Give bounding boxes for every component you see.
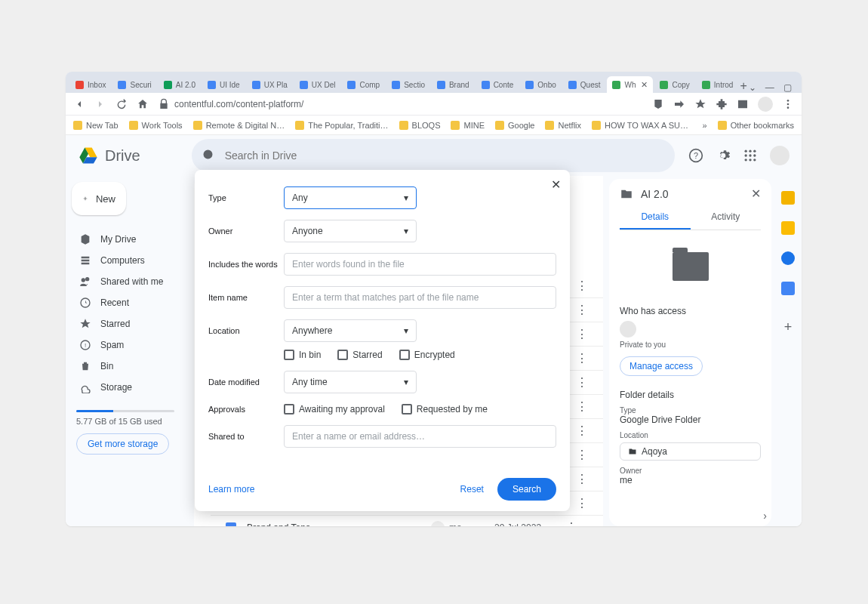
minimize-icon[interactable]: — xyxy=(765,82,774,93)
search-button[interactable]: Search xyxy=(497,478,556,501)
bookmark-item[interactable]: New Tab xyxy=(73,121,119,130)
user-avatar[interactable] xyxy=(770,146,790,165)
awaiting-checkbox[interactable]: Awaiting my approval xyxy=(284,404,385,414)
browser-tab[interactable]: UX Del xyxy=(294,76,341,93)
location-select[interactable]: Anywhere▾ xyxy=(284,319,417,342)
shared-input[interactable]: Enter a name or email address… xyxy=(284,425,556,448)
apps-icon[interactable] xyxy=(743,148,758,163)
contacts-icon[interactable] xyxy=(781,251,795,265)
learn-more-link[interactable]: Learn more xyxy=(208,484,254,495)
browser-tab[interactable]: UI Ide xyxy=(202,76,245,93)
new-tab-button[interactable]: + xyxy=(740,79,746,93)
reload-icon[interactable] xyxy=(115,98,128,110)
browser-tab[interactable]: Onbo xyxy=(520,76,561,93)
file-row[interactable]: Brand and Tone me 20 Jul 2023 ⋮ xyxy=(211,516,603,526)
manage-access-button[interactable]: Manage access xyxy=(620,356,703,376)
sidebar-item-shared-with-me[interactable]: Shared with me xyxy=(72,271,188,292)
owner-select[interactable]: Anyone▾ xyxy=(284,220,417,242)
new-button[interactable]: New xyxy=(72,182,126,215)
bookmark-item[interactable]: Netflix xyxy=(545,121,581,130)
sidepanel-icon[interactable] xyxy=(737,98,749,110)
home-icon[interactable] xyxy=(137,98,149,110)
type-select[interactable]: Any▾ xyxy=(284,186,417,209)
sidebar-item-recent[interactable]: Recent xyxy=(72,292,188,313)
row-menu-icon[interactable]: ⋮ xyxy=(576,496,588,510)
row-menu-icon[interactable]: ⋮ xyxy=(576,472,588,486)
browser-tab[interactable]: Sectio xyxy=(386,76,430,93)
browser-tab[interactable]: Brand xyxy=(432,76,475,93)
bookmark-item[interactable]: HOW TO WAX A SU… xyxy=(592,121,688,130)
bookmark-item[interactable]: The Popular, Traditi… xyxy=(295,121,388,130)
row-menu-icon[interactable]: ⋮ xyxy=(576,424,588,438)
row-menu-icon[interactable]: ⋮ xyxy=(576,279,588,293)
bookmark-item[interactable]: Remote & Digital N… xyxy=(193,121,285,130)
browser-tab[interactable]: Comp xyxy=(342,76,385,93)
search-input[interactable] xyxy=(225,149,642,162)
bookmark-item[interactable]: Google xyxy=(495,121,534,130)
other-bookmarks[interactable]: Other bookmarks xyxy=(718,121,794,130)
sidebar-item-starred[interactable]: Starred xyxy=(72,313,188,334)
row-menu-icon[interactable]: ⋮ xyxy=(576,399,588,414)
install-icon[interactable] xyxy=(652,98,664,110)
location-chip[interactable]: Aqoya xyxy=(620,442,761,461)
share-icon[interactable] xyxy=(673,98,685,110)
close-icon[interactable]: ✕ xyxy=(801,82,802,93)
help-icon[interactable]: ? xyxy=(688,148,703,163)
browser-tab[interactable]: Wh✕ xyxy=(607,76,653,93)
date-select[interactable]: Any time▾ xyxy=(284,371,417,393)
close-icon[interactable]: ✕ xyxy=(551,177,561,192)
row-menu-icon[interactable]: ⋮ xyxy=(576,327,588,341)
row-menu-icon[interactable]: ⋮ xyxy=(576,375,588,390)
bookmark-item[interactable]: Work Tools xyxy=(129,121,183,130)
browser-tab[interactable]: Conte xyxy=(476,76,519,93)
tab-details[interactable]: Details xyxy=(620,211,691,230)
tasks-icon[interactable] xyxy=(781,221,795,235)
bookmark-item[interactable]: BLOQS xyxy=(399,121,441,130)
browser-tab[interactable]: Quest xyxy=(563,76,606,93)
in-bin-checkbox[interactable]: In bin xyxy=(284,350,321,360)
browser-tab[interactable]: Copy xyxy=(654,76,694,93)
keep-icon[interactable] xyxy=(781,191,795,205)
browser-tab[interactable]: Securi xyxy=(112,76,156,93)
close-icon[interactable]: ✕ xyxy=(751,186,761,201)
get-more-storage[interactable]: Get more storage xyxy=(76,433,169,455)
starred-checkbox[interactable]: Starred xyxy=(337,350,382,360)
star-icon[interactable] xyxy=(694,98,706,110)
maximize-icon[interactable]: ▢ xyxy=(783,82,792,93)
person-icon[interactable] xyxy=(781,282,795,295)
url-field[interactable]: contentful.com/content-platform/ xyxy=(158,98,643,110)
row-menu-icon[interactable]: ⋮ xyxy=(565,520,577,526)
sidebar-item-bin[interactable]: Bin xyxy=(72,356,188,377)
search-bar[interactable] xyxy=(192,139,675,172)
plus-icon[interactable]: + xyxy=(784,319,793,335)
menu-icon[interactable] xyxy=(782,98,794,110)
lock-icon xyxy=(158,98,170,110)
reset-button[interactable]: Reset xyxy=(460,484,484,495)
encrypted-checkbox[interactable]: Encrypted xyxy=(399,350,455,360)
bookmark-item[interactable]: MINE xyxy=(451,121,485,130)
sidebar-item-storage[interactable]: Storage xyxy=(72,377,188,398)
back-icon[interactable] xyxy=(73,98,85,110)
sidebar-item-spam[interactable]: !Spam xyxy=(72,334,188,356)
chevron-down-icon[interactable]: ⌄ xyxy=(749,82,756,93)
item-name-input[interactable]: Enter a term that matches part of the fi… xyxy=(284,286,556,309)
forward-icon[interactable] xyxy=(94,98,106,110)
row-menu-icon[interactable]: ⋮ xyxy=(576,448,588,462)
chevron-right-icon[interactable]: › xyxy=(763,510,767,522)
browser-tab[interactable]: UX Pla xyxy=(247,76,293,93)
browser-tab[interactable]: AI 2.0 xyxy=(159,76,201,93)
requested-checkbox[interactable]: Requested by me xyxy=(402,404,488,414)
tab-activity[interactable]: Activity xyxy=(691,211,762,230)
browser-tab[interactable]: Inbox xyxy=(70,76,111,93)
row-menu-icon[interactable]: ⋮ xyxy=(576,351,588,365)
sidebar-item-computers[interactable]: Computers xyxy=(72,250,188,271)
gear-icon[interactable] xyxy=(716,148,731,163)
sidebar-item-my-drive[interactable]: My Drive xyxy=(72,229,188,250)
includes-input[interactable]: Enter words found in the file xyxy=(284,253,556,276)
tune-icon[interactable] xyxy=(651,149,664,162)
profile-avatar[interactable] xyxy=(758,97,773,112)
drive-logo[interactable]: Drive xyxy=(78,145,140,166)
row-menu-icon[interactable]: ⋮ xyxy=(576,303,588,317)
extensions-icon[interactable] xyxy=(716,98,728,110)
browser-tab[interactable]: Introd xyxy=(697,76,739,93)
